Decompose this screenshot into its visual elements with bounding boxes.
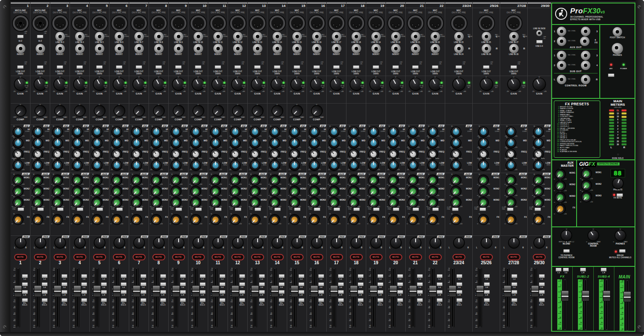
insert-jack[interactable] xyxy=(55,44,65,53)
line-in-jack[interactable] xyxy=(292,32,302,41)
channel-fader[interactable] xyxy=(478,268,482,327)
route-3-4-button[interactable] xyxy=(121,282,127,286)
line-in-jack[interactable] xyxy=(213,32,223,41)
line-in-r-jack[interactable] xyxy=(509,44,519,53)
channel-fader[interactable] xyxy=(391,268,395,327)
pre-post-switch[interactable] xyxy=(507,208,513,211)
route-1-2-button[interactable] xyxy=(121,274,127,278)
low-cut-switch[interactable] xyxy=(254,65,261,69)
channel-fader[interactable] xyxy=(154,268,158,327)
master-fader[interactable] xyxy=(625,280,629,331)
route-l-r-button[interactable] xyxy=(298,290,304,294)
line-in-jack[interactable] xyxy=(332,32,341,41)
route-1-2-button[interactable] xyxy=(377,274,383,278)
mute-button[interactable]: MUTE xyxy=(453,254,465,260)
line-in-jack[interactable] xyxy=(253,32,262,41)
mute-button[interactable]: MUTE xyxy=(34,254,47,260)
control-room-r-jack[interactable] xyxy=(581,75,590,84)
pre-post-switch[interactable] xyxy=(235,208,241,211)
low-cut-switch[interactable] xyxy=(37,65,43,69)
pfl-solo-button[interactable] xyxy=(140,298,146,302)
route-3-4-button[interactable] xyxy=(417,282,423,286)
sub-out-3-jack[interactable] xyxy=(581,51,590,60)
master-fader[interactable] xyxy=(583,279,588,330)
xlr-input-jack[interactable] xyxy=(408,15,423,31)
route-1-2-button[interactable] xyxy=(511,274,517,278)
stereo-mini-jack[interactable] xyxy=(536,30,542,36)
route-l-r-button[interactable] xyxy=(180,290,186,294)
route-3-4-button[interactable] xyxy=(22,282,28,286)
mute-button[interactable]: MUTE xyxy=(533,254,546,260)
low-cut-switch[interactable] xyxy=(353,65,359,69)
mute-button[interactable]: MUTE xyxy=(113,254,126,260)
line-in-jack[interactable] xyxy=(154,32,164,41)
route-l-r-button[interactable] xyxy=(200,290,206,294)
route-3-4-button[interactable] xyxy=(200,282,206,286)
channel-fader[interactable] xyxy=(431,268,435,327)
insert-jack[interactable] xyxy=(213,44,223,53)
low-cut-switch[interactable] xyxy=(116,65,122,69)
xlr-input-jack[interactable] xyxy=(451,15,467,31)
control-room-l-jack[interactable] xyxy=(557,75,566,84)
fx-mute-switch[interactable] xyxy=(617,193,623,197)
pfl-solo-button[interactable] xyxy=(22,298,28,302)
route-3-4-button[interactable] xyxy=(377,282,383,286)
xlr-input-jack[interactable] xyxy=(92,15,107,31)
route-1-2-button[interactable] xyxy=(397,274,403,278)
pfl-solo-button[interactable] xyxy=(180,298,186,302)
mute-button[interactable]: MUTE xyxy=(330,254,343,260)
low-cut-switch[interactable] xyxy=(333,65,340,69)
channel-fader[interactable] xyxy=(194,268,198,327)
xlr-input-jack[interactable] xyxy=(506,15,522,31)
mute-button[interactable]: MUTE xyxy=(251,254,264,260)
route-1-2-button[interactable] xyxy=(279,274,285,278)
xlr-input-jack[interactable] xyxy=(230,15,246,31)
line-in-jack[interactable] xyxy=(431,32,440,41)
insert-jack[interactable] xyxy=(273,44,282,53)
route-l-r-button[interactable] xyxy=(101,290,107,294)
pre-post-switch[interactable] xyxy=(176,208,182,211)
line-in-r-jack[interactable] xyxy=(454,44,464,53)
fader-cap[interactable] xyxy=(172,285,180,297)
xlr-input-jack[interactable] xyxy=(191,15,206,31)
channel-fader[interactable] xyxy=(253,268,257,327)
low-cut-switch[interactable] xyxy=(195,65,201,69)
fader-cap[interactable] xyxy=(531,285,539,297)
line-in-jack[interactable] xyxy=(482,32,491,41)
route-l-r-button[interactable] xyxy=(239,290,245,294)
xlr-input-jack[interactable] xyxy=(33,15,48,31)
route-1-2-button[interactable] xyxy=(298,274,304,278)
route-3-4-button[interactable] xyxy=(338,282,344,286)
xlr-input-jack[interactable] xyxy=(210,15,226,31)
fader-cap[interactable] xyxy=(231,285,239,297)
hiz-switch[interactable] xyxy=(17,35,24,38)
low-cut-switch[interactable] xyxy=(392,65,399,69)
pfl-solo-button[interactable] xyxy=(200,298,206,302)
mute-button[interactable]: MUTE xyxy=(389,254,402,260)
pre-post-switch[interactable] xyxy=(393,208,399,211)
mute-button[interactable]: MUTE xyxy=(172,254,185,260)
pre-post-switch[interactable] xyxy=(136,208,143,211)
fader-cap[interactable] xyxy=(449,285,456,297)
route-1-2-button[interactable] xyxy=(318,274,324,278)
xlr-input-jack[interactable] xyxy=(151,15,167,31)
line-in-jack[interactable] xyxy=(174,32,183,41)
fader-cap[interactable] xyxy=(251,285,259,297)
xlr-input-jack[interactable] xyxy=(428,15,443,31)
pre-post-switch[interactable] xyxy=(195,208,202,211)
low-cut-switch[interactable] xyxy=(76,65,83,69)
mute-button[interactable]: MUTE xyxy=(409,254,422,260)
line-in-jack[interactable] xyxy=(233,32,243,41)
route-1-2-button[interactable] xyxy=(358,274,364,278)
mute-button[interactable]: MUTE xyxy=(152,254,165,260)
low-cut-switch[interactable] xyxy=(96,65,103,69)
master-route-1-2-button[interactable] xyxy=(556,268,562,272)
route-3-4-button[interactable] xyxy=(298,282,304,286)
low-cut-switch[interactable] xyxy=(313,65,320,69)
route-l-r-button[interactable] xyxy=(42,290,48,294)
insert-jack[interactable] xyxy=(174,44,183,53)
channel-fader[interactable] xyxy=(505,268,510,327)
route-3-4-button[interactable] xyxy=(259,282,265,286)
pre-post-switch[interactable] xyxy=(314,208,320,211)
route-3-4-button[interactable] xyxy=(437,282,443,286)
